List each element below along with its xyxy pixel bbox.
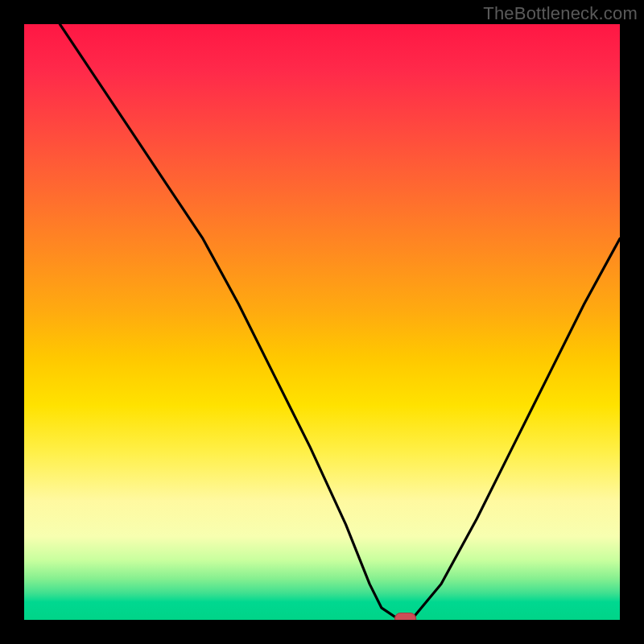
bottleneck-curve — [60, 24, 620, 620]
watermark-text: TheBottleneck.com — [483, 3, 638, 24]
plot-gradient-background — [24, 24, 620, 620]
plot-svg — [24, 24, 620, 620]
chart-frame: TheBottleneck.com — [0, 0, 644, 644]
minimum-marker — [395, 613, 416, 621]
